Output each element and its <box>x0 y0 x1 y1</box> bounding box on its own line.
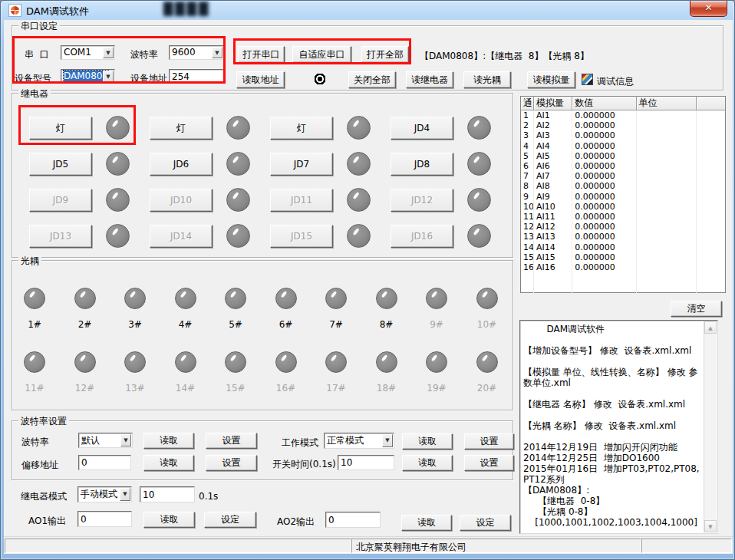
clear-button[interactable]: 清空 <box>671 301 722 317</box>
read-address-button[interactable]: 读取地址 <box>236 71 285 88</box>
relay-button-2[interactable]: 灯 <box>150 117 213 140</box>
chevron-down-icon[interactable]: ▼ <box>120 488 130 501</box>
table-row[interactable]: 7AI70.000000 <box>521 171 726 181</box>
chevron-down-icon[interactable]: ▼ <box>120 434 131 446</box>
relay-button-13[interactable]: JD13 <box>29 225 92 248</box>
relay-button-5[interactable]: JD5 <box>29 153 92 176</box>
relay-button-4[interactable]: JD4 <box>391 117 453 140</box>
chevron-down-icon[interactable]: ▼ <box>382 434 393 447</box>
device-address-input[interactable] <box>169 69 224 84</box>
scroll-down-icon[interactable]: ▼ <box>704 520 717 532</box>
close-all-button[interactable]: 关闭全部 <box>348 71 396 88</box>
title-bar[interactable]: DAM调试软件 ████ ✕ <box>1 1 735 20</box>
relay-button-1[interactable]: 灯 <box>29 117 92 140</box>
relay-button-15[interactable]: JD15 <box>270 225 333 248</box>
work-mode-read-button[interactable]: 读取 <box>402 433 453 450</box>
relay-group-title: 继电器 <box>18 87 51 100</box>
relay-time-input[interactable] <box>140 486 195 502</box>
open-all-button[interactable]: 打开全部 <box>361 46 409 63</box>
baud-read-button[interactable]: 读取 <box>143 433 194 449</box>
switch-time-read-button[interactable]: 读取 <box>402 455 453 471</box>
table-cell: AI15 <box>534 252 572 262</box>
switch-time-input[interactable] <box>338 455 394 470</box>
table-row[interactable]: 5AI50.000000 <box>521 151 726 161</box>
relay-button-10[interactable]: JD10 <box>150 189 213 212</box>
table-row[interactable]: 2AI20.000000 <box>521 120 726 130</box>
table-row[interactable]: 12AI120.000000 <box>521 222 726 232</box>
relay-button-16[interactable]: JD16 <box>391 225 453 248</box>
offset-address-input[interactable] <box>78 455 131 470</box>
device-model-combobox[interactable]: DAM0808 ▼ <box>61 69 115 84</box>
relay-button-12[interactable]: JD12 <box>391 189 453 212</box>
read-opto-button[interactable]: 读光耦 <box>463 71 511 88</box>
ao1-read-button[interactable]: 读取 <box>143 512 195 528</box>
table-cell <box>696 161 725 171</box>
read-analog-button[interactable]: 读模拟量 <box>527 71 575 88</box>
ao2-input[interactable] <box>325 512 381 528</box>
table-row[interactable]: 14AI140.000000 <box>521 242 726 252</box>
info-scrollbar[interactable]: ▲ ▼ <box>704 321 717 532</box>
ao2-read-button[interactable]: 读取 <box>401 515 452 531</box>
col-header-channel[interactable]: 通 <box>521 97 534 110</box>
chevron-down-icon[interactable]: ▼ <box>103 47 114 58</box>
relay-button-6[interactable]: JD6 <box>150 153 213 176</box>
relay-led-indicator-13 <box>106 224 130 248</box>
col-header-unit[interactable]: 单位 <box>636 97 696 110</box>
work-mode-combobox[interactable]: 正常模式 ▼ <box>324 433 394 449</box>
offset-read-button[interactable]: 读取 <box>143 455 194 471</box>
table-row[interactable]: 9AI90.000000 <box>521 192 726 202</box>
table-row[interactable]: 8AI80.000000 <box>521 181 726 191</box>
col-header-value[interactable]: 数值 <box>572 97 636 110</box>
relay-button-11[interactable]: JD11 <box>270 189 333 212</box>
debug-info-label[interactable]: 调试信息 <box>597 75 634 88</box>
relay-button-3[interactable]: 灯 <box>270 117 333 140</box>
baud-set-button[interactable]: 设置 <box>206 433 257 449</box>
work-mode-set-button[interactable]: 设置 <box>464 433 514 450</box>
table-cell: 9 <box>521 192 534 202</box>
table-cell: 3 <box>521 130 534 140</box>
baudrate-combobox[interactable]: 9600 ▼ <box>169 45 224 60</box>
relay-led-indicator-6 <box>226 152 250 176</box>
ao1-input[interactable] <box>77 511 132 527</box>
opto-led-label: 7# <box>321 319 351 330</box>
table-row[interactable]: 3AI30.000000 <box>521 130 726 140</box>
chevron-down-icon[interactable]: ▼ <box>212 47 222 58</box>
table-cell <box>636 222 696 232</box>
baud-combobox[interactable]: 默认 ▼ <box>78 433 133 448</box>
open-port-button[interactable]: 打开串口 <box>238 46 285 63</box>
port-combobox[interactable]: COM1 ▼ <box>61 45 115 60</box>
relay-button-8[interactable]: JD8 <box>391 153 453 176</box>
relay-button-7[interactable]: JD7 <box>270 153 333 176</box>
auto-adapt-port-button[interactable]: 自适应串口 <box>292 46 351 63</box>
relay-button-9[interactable]: JD9 <box>29 189 92 212</box>
switch-time-set-button[interactable]: 设置 <box>464 455 514 471</box>
table-row[interactable]: 16AI160.000000 <box>521 262 726 272</box>
close-button[interactable]: ✕ <box>690 1 727 17</box>
table-row[interactable]: 4AI40.000000 <box>521 141 726 151</box>
table-row[interactable]: 1AI10.000000 <box>521 110 726 121</box>
scroll-up-icon[interactable]: ▲ <box>704 321 717 334</box>
relay-mode-combobox[interactable]: 手动模式 ▼ <box>77 486 132 502</box>
table-row[interactable]: 13AI130.000000 <box>521 232 726 242</box>
relay-button-14[interactable]: JD14 <box>150 225 213 248</box>
table-row[interactable]: 11AI110.000000 <box>521 212 726 222</box>
read-relay-button[interactable]: 读继电器 <box>406 71 453 88</box>
table-row[interactable]: 6AI60.000000 <box>521 161 726 171</box>
ao2-set-button[interactable]: 设定 <box>460 515 511 531</box>
opto-led-label: 3# <box>120 319 150 330</box>
table-cell <box>696 242 725 252</box>
ao1-set-button[interactable]: 设定 <box>204 512 256 528</box>
opto-led-4# <box>175 288 196 309</box>
table-row[interactable]: 10AI100.000000 <box>521 202 726 212</box>
col-header-extra[interactable] <box>696 97 725 110</box>
baud-settings-group: 波特率设置 波特率 默认 ▼ 读取 设置 偏移地址 读取 设置 工作模式 正常模… <box>12 420 513 480</box>
col-header-analog[interactable]: 模拟量 <box>534 97 572 110</box>
opto-led-5# <box>225 288 246 309</box>
table-row[interactable] <box>521 272 726 282</box>
analog-table-body: 1AI10.0000002AI20.0000003AI30.0000004AI4… <box>521 110 726 293</box>
table-row[interactable] <box>521 282 726 292</box>
offset-set-button[interactable]: 设置 <box>206 455 257 471</box>
serial-group-title: 串口设定 <box>18 20 60 33</box>
table-row[interactable]: 15AI150.000000 <box>521 252 726 262</box>
chevron-down-icon[interactable]: ▼ <box>103 71 114 82</box>
